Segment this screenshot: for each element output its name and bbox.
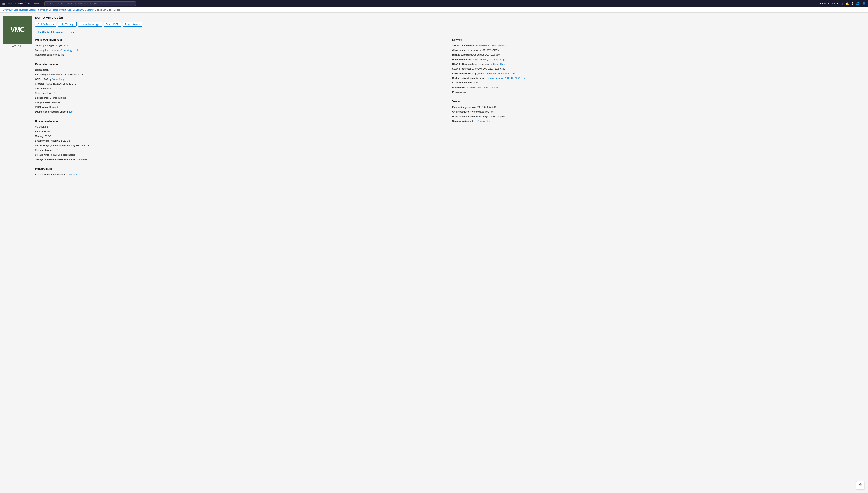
tabs: VM Cluster Information Tags xyxy=(35,29,865,35)
tab-vm-cluster-information[interactable]: VM Cluster Information xyxy=(35,29,67,35)
field-updates-available: Updates available: 6 ℹ View updates xyxy=(452,119,865,123)
scan-dns-show-link[interactable]: Show xyxy=(493,63,499,65)
profile-icon[interactable]: 👤 xyxy=(862,2,866,5)
field-subscription-type: Subscription type: Google Cloud xyxy=(35,44,448,47)
scan-dns-copy-link[interactable]: Copy xyxy=(500,63,505,65)
field-enabled-ocpus: Enabled OCPUs: 12 xyxy=(35,130,448,133)
region-label: US East (Ashburn) xyxy=(818,2,836,5)
subscription-copy-link[interactable]: Copy xyxy=(67,49,72,51)
toolbar: Scale VM cluster Add SSH keys Update lic… xyxy=(35,22,865,27)
field-private-zone: Private zone: xyxy=(452,90,865,94)
right-column: Network Virtual cloud network: VCN-servi… xyxy=(452,38,865,180)
update-license-type-button[interactable]: Update license type xyxy=(78,22,102,27)
add-ssh-keys-button[interactable]: Add SSH keys xyxy=(58,22,77,27)
main-content: VMC AVAILABLE demo-vmcluster Scale VM cl… xyxy=(0,13,868,492)
field-diagnostics-collection: Diagnostics collection: Enabled Edit xyxy=(35,110,448,114)
version-section: Version Exadata image version: 23.1.13.0… xyxy=(452,100,865,123)
version-title: Version xyxy=(452,100,865,104)
search-input[interactable] xyxy=(44,1,136,6)
field-memory: Memory: 60 GB xyxy=(35,134,448,138)
breadcrumb-exadata[interactable]: Oracle Exadata Database Service on Dedic… xyxy=(14,9,71,11)
update-license-type-label: Update license type xyxy=(80,23,100,26)
resource-allocation-section: Resource allocation VM Count: 2 Enabled … xyxy=(35,120,448,161)
field-scan-ip-address: SCAN IP address: 10.3.0.209, 10.3.0.113,… xyxy=(452,67,865,71)
add-ssh-keys-label: Add SSH keys xyxy=(60,23,74,26)
network-section: Network Virtual cloud network: VCN-servi… xyxy=(452,38,865,94)
updates-info-icon: ℹ xyxy=(475,120,476,122)
help-icon[interactable]: ? xyxy=(852,2,853,5)
field-hostname-domain: Hostname domain name: dxnwfksyhx... Show… xyxy=(452,58,865,61)
field-cluster-name: Cluster name: cl-bo7xx7xq xyxy=(35,87,448,90)
hostname-copy-link[interactable]: Copy xyxy=(500,58,506,61)
cloud-classic-button[interactable]: Cloud Classic › xyxy=(25,2,42,5)
top-navigation: ☰ ORACLE Cloud Cloud Classic › US East (… xyxy=(0,0,868,7)
private-view-link[interactable]: VCN-service20240816104441 xyxy=(466,86,498,89)
globe-icon[interactable]: 🌐 xyxy=(856,2,860,5)
breadcrumb-vm-clusters[interactable]: Exadata VM Clusters xyxy=(73,9,93,11)
field-private-view: Private view: VCN-service20240816104441 xyxy=(452,86,865,89)
hamburger-menu-icon[interactable]: ☰ xyxy=(2,2,5,5)
field-created: Created: Fri, Aug 16, 2024, 14:39:42 UTC xyxy=(35,82,448,86)
ocid-show-link[interactable]: Show xyxy=(52,78,58,81)
status-badge: AVAILABLE xyxy=(12,45,23,47)
field-scan-dns-name: SCAN DNS name: demo2-sesuv-scan... Show … xyxy=(452,62,865,66)
enable-iorm-label: Enable IORM xyxy=(106,23,119,26)
title-row: demo-vmcluster xyxy=(35,16,865,20)
page-title: demo-vmcluster xyxy=(35,16,63,20)
hostname-show-link[interactable]: Show xyxy=(494,58,499,61)
client-nsg-edit-link[interactable]: Edit xyxy=(512,72,516,75)
field-backup-subnet: Backup subnet: backup-subnet-17238190928… xyxy=(452,53,865,57)
field-license-type: License type: License included xyxy=(35,96,448,100)
warning-icon: ⚠ xyxy=(74,49,76,51)
field-multicloud-zone: Multicloud Zone: us-east4-a xyxy=(35,53,448,57)
diagnostics-edit-link[interactable]: Edit xyxy=(69,110,73,113)
cloud-classic-label: Cloud Classic xyxy=(27,3,39,5)
multicloud-title: Multicloud information xyxy=(35,38,448,42)
vcn-link[interactable]: VCN-service20240816104441 xyxy=(476,44,507,47)
field-compartment: Compartment: xyxy=(35,68,448,72)
breadcrumb-separator: › xyxy=(93,9,94,11)
infrastructure-title: Infrastructure xyxy=(35,167,448,171)
chevron-down-icon: ▾ xyxy=(837,2,838,5)
scale-vm-cluster-button[interactable]: Scale VM cluster xyxy=(35,22,56,27)
network-title: Network xyxy=(452,38,865,42)
field-vm-count: VM Count: 2 xyxy=(35,125,448,129)
client-nsg-link[interactable]: demo-vmcluster2_NSG xyxy=(486,72,511,75)
breadcrumb-overview[interactable]: Overview xyxy=(3,9,12,11)
infrastructure-section: Infrastructure Exadata cloud infrastruct… xyxy=(35,167,448,176)
field-subscription: Subscription: ...aaaaaa Show Copy ⚠ ℹ xyxy=(35,48,448,52)
field-client-subnet: Client subnet: primary-subnet-1723819071… xyxy=(452,48,865,52)
field-availability-domain: Availability domain: BWQr:US-ASHBURN-AD-… xyxy=(35,73,448,76)
backup-nsg-edit-link[interactable]: Edit xyxy=(521,77,525,80)
enable-iorm-button[interactable]: Enable IORM xyxy=(104,22,122,27)
field-client-nsg: Client network security groups: demo-vmc… xyxy=(452,71,865,75)
nav-right: US East (Ashburn) ▾ ⊞ 🔔 ? 🌐 👤 xyxy=(818,2,866,5)
grid-icon[interactable]: ⊞ xyxy=(841,2,843,5)
field-grid-infra-software-image: Grid Infrastructure software image: Orac… xyxy=(452,115,865,119)
general-section: General information Compartment: Availab… xyxy=(35,63,448,114)
ocid-copy-link[interactable]: Copy xyxy=(59,78,64,81)
region-selector[interactable]: US East (Ashburn) ▾ xyxy=(818,2,838,5)
more-actions-button[interactable]: More actions ▾ xyxy=(123,22,142,27)
oracle-logo: ORACLE Cloud xyxy=(7,2,23,5)
fab-dots-icon: ··· xyxy=(860,487,861,489)
tab-tags[interactable]: Tags xyxy=(67,29,78,35)
scale-vm-cluster-label: Scale VM cluster xyxy=(38,23,54,26)
field-storage-local-backups: Storage for local backups: Not enabled xyxy=(35,153,448,157)
bell-icon[interactable]: 🔔 xyxy=(846,2,849,5)
field-local-storage-u02: Local storage (/u02) (GB): 120 GB xyxy=(35,139,448,143)
field-exadata-cloud-infrastructure: Exadata cloud infrastructure: demo-infa xyxy=(35,173,448,176)
infra-link[interactable]: demo-infa xyxy=(67,173,77,176)
field-grid-infra-version: Grid infrastructure version: 23.4.0.24.0… xyxy=(452,110,865,114)
help-circle-icon: ⊙ xyxy=(859,482,862,486)
right-panel: demo-vmcluster Scale VM cluster Add SSH … xyxy=(35,16,865,490)
field-exadata-image-version: Exadata image version: 23.1.13.0.0.24051… xyxy=(452,105,865,109)
field-local-storage-additional: Local storage (additional file systems) … xyxy=(35,144,448,147)
view-updates-link[interactable]: View updates xyxy=(477,120,490,122)
backup-nsg-link[interactable]: demo-vmcluster2_BCKP_NSG xyxy=(488,77,520,80)
vmc-logo-text: VMC xyxy=(10,26,25,34)
help-fab-button[interactable]: ⊙ ··· xyxy=(856,481,864,489)
more-actions-label: More actions xyxy=(125,23,138,26)
subscription-show-link[interactable]: Show xyxy=(61,49,66,51)
left-column: Multicloud information Subscription type… xyxy=(35,38,448,180)
